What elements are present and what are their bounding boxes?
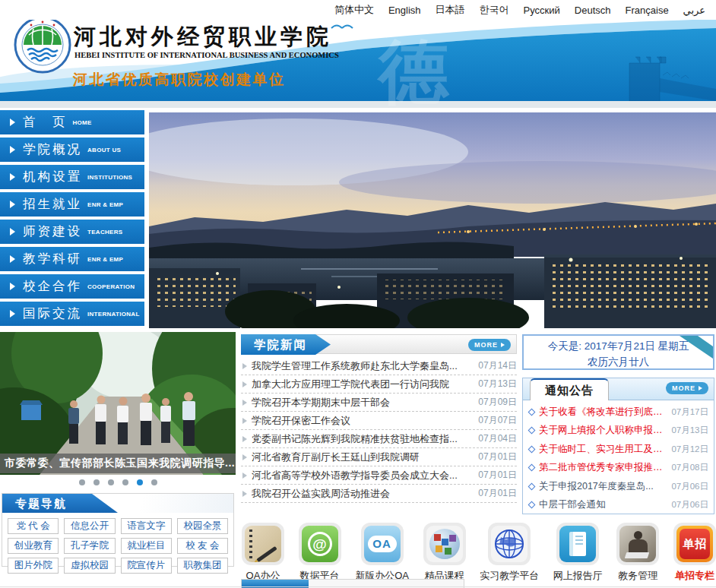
site-title: 河北对外经贸职业学院 <box>74 22 332 52</box>
bullet-arrow-icon <box>242 400 247 406</box>
notices-more-button[interactable]: MORE <box>666 382 708 394</box>
news-item-title: 加拿大北方应用理工学院代表团一行访问我院 <box>252 378 474 391</box>
diamond-bullet-icon <box>528 482 536 490</box>
news-item[interactable]: 党委副书记陈光辉到我院精准扶贫驻地检查指...07月04日 <box>241 430 517 448</box>
notice-item-title: 中层干部会通知 <box>539 498 668 511</box>
topic-link-employment[interactable]: 就业栏目 <box>121 538 172 554</box>
app-internship-platform[interactable]: 实习教学平台 <box>480 523 539 583</box>
news-item[interactable]: 加拿大北方应用理工学院代表团一行访问我院07月13日 <box>241 375 517 394</box>
notice-item-title: 关于网上填报个人职称申报… <box>539 424 668 437</box>
nav-enrollment[interactable]: 招生就业ENR & EMP <box>0 192 144 217</box>
news-item-date: 07月09日 <box>478 396 517 409</box>
app-oa-office[interactable]: OA办公 <box>242 523 284 583</box>
news-item-date: 07月01日 <box>478 487 517 500</box>
topic-link-virtual-campus[interactable]: 虚拟校园 <box>64 558 115 574</box>
oa-cloud-icon: OA <box>364 526 401 562</box>
news-item[interactable]: 学院召开保密工作会议07月07日 <box>241 412 517 430</box>
topics-grid: 党 代 会 信息公开 语言文字 校园全景 创业教育 孔子学院 就业栏目 校 友 … <box>8 518 228 574</box>
nav-arrow-icon <box>10 201 15 208</box>
lang-link-de[interactable]: Deutsch <box>575 5 611 16</box>
news-list: 我院学生管理工作系统教师赴东北大学秦皇岛...07月14日 加拿大北方应用理工学… <box>241 354 517 503</box>
app-courses[interactable]: 精品课程 <box>423 523 466 583</box>
nav-cooperation[interactable]: 校企合作COOPERATION <box>0 274 144 299</box>
nav-label: 机构设置 <box>23 169 82 185</box>
carousel-dot-4[interactable] <box>122 479 128 485</box>
carousel-dot-3[interactable] <box>108 479 114 485</box>
carousel-caption[interactable]: 市委常委、宣传部部长陈玉国来我院调研指导... <box>0 454 236 473</box>
carousel-dot-6[interactable] <box>151 479 157 485</box>
lang-link-ko[interactable]: 한국어 <box>480 3 509 17</box>
bullet-arrow-icon <box>242 381 247 387</box>
nav-arrow-icon <box>10 310 15 318</box>
notices-title-tab: 通知公告 <box>530 378 609 400</box>
notice-item[interactable]: 关于网上填报个人职称申报…07月13日 <box>528 422 708 441</box>
notice-item[interactable]: 关于收看《将改革进行到底…07月17日 <box>528 403 708 422</box>
app-tile <box>242 523 284 565</box>
news-item-title: 党委副书记陈光辉到我院精准扶贫驻地检查指... <box>252 432 474 446</box>
diamond-bullet-icon <box>528 501 536 509</box>
topic-link-language[interactable]: 语言文字 <box>121 518 172 534</box>
notice-item[interactable]: 关于临时工、实习生用工及…07月12日 <box>528 440 708 459</box>
nav-institutions[interactable]: 机构设置INSTITUTIONS <box>0 165 144 189</box>
nav-international[interactable]: 国际交流INTERNATIONAL <box>0 302 144 326</box>
news-item-title: 学院召开保密工作会议 <box>252 414 474 428</box>
more-label: MORE <box>672 384 695 392</box>
app-academic-admin[interactable]: 教务管理 <box>616 523 659 583</box>
news-header: 学院新闻 MORE <box>241 334 517 354</box>
topic-link-confucius[interactable]: 孔子学院 <box>64 538 115 554</box>
site-header: 德 河北对外经贸职业学院 HEBEI INSTITUTE OF INTERNAT… <box>0 19 716 101</box>
app-data-platform[interactable]: @ 数据平台 <box>299 523 341 583</box>
person-laptop-icon <box>619 526 656 562</box>
app-label: 教务管理 <box>616 569 659 583</box>
lang-link-zh[interactable]: 简体中文 <box>334 3 374 17</box>
news-item[interactable]: 我院召开公益实践周活动推进会07月01日 <box>241 485 517 503</box>
topic-link-campus-panorama[interactable]: 校园全景 <box>177 518 228 534</box>
nav-label: 招生就业 <box>23 196 82 213</box>
news-item[interactable]: 我院学生管理工作系统教师赴东北大学秦皇岛...07月14日 <box>241 357 517 375</box>
notice-item[interactable]: 中层干部会通知07月06日 <box>528 496 708 515</box>
news-item[interactable]: 学院召开本学期期末中层干部会07月09日 <box>241 394 517 412</box>
main-nav: 首 页HOME 学院概况ABOUT US 机构设置INSTITUTIONS 招生… <box>0 110 144 329</box>
topic-link-entrepreneurship[interactable]: 创业教育 <box>8 538 59 554</box>
carousel-dot-5-active[interactable] <box>137 479 143 485</box>
notice-item-date: 07月12日 <box>671 444 708 455</box>
lang-link-ja[interactable]: 日本語 <box>436 3 465 17</box>
news-title-tab: 学院新闻 <box>241 334 331 355</box>
lang-link-ar[interactable]: عربي <box>683 5 705 16</box>
notice-item[interactable]: 关于申报2017年度秦皇岛...07月06日 <box>528 477 708 496</box>
topic-link-party-congress[interactable]: 党 代 会 <box>8 518 59 534</box>
news-item[interactable]: 河北省教育厅副厅长王廷山到我院调研07月01日 <box>241 448 517 466</box>
nav-about[interactable]: 学院概况ABOUT US <box>0 138 144 162</box>
nav-teachers[interactable]: 师资建设TEACHERS <box>0 220 144 244</box>
app-single-recruitment[interactable]: 单招 单招专栏 <box>673 523 716 583</box>
carousel-photo[interactable]: 市委常委、宣传部部长陈玉国来我院调研指导... <box>0 332 236 475</box>
notice-item-title: 关于收看《将改革进行到底… <box>539 406 668 419</box>
topic-link-promo-video[interactable]: 院宣传片 <box>121 558 172 574</box>
school-logo[interactable] <box>12 14 73 75</box>
app-tile: OA <box>361 523 404 565</box>
bullet-arrow-icon <box>242 436 247 442</box>
nav-sublabel: TEACHERS <box>87 229 122 236</box>
nav-arrow-icon <box>10 146 15 153</box>
nav-home[interactable]: 首 页HOME <box>0 110 144 134</box>
carousel-dot-2[interactable] <box>93 479 100 485</box>
lecture-book-icon <box>559 526 596 562</box>
lang-link-ru[interactable]: Русский <box>524 5 560 16</box>
notice-item[interactable]: 第二批市管优秀专家申报推…07月08日 <box>528 459 708 478</box>
carousel-dot-1[interactable] <box>79 479 85 485</box>
nav-arrow-icon <box>10 283 15 290</box>
nav-research[interactable]: 教学科研ENR & EMP <box>0 247 144 271</box>
topic-link-photos[interactable]: 图片外院 <box>8 558 59 574</box>
app-new-oa[interactable]: OA 新版办公OA <box>355 523 409 583</box>
news-item[interactable]: 河北省高等学校外语教学指导委员会成立大会...07月01日 <box>241 466 517 485</box>
topic-link-vocational-group[interactable]: 职教集团 <box>177 558 228 574</box>
app-online-lecture-hall[interactable]: 网上报告厅 <box>553 523 603 583</box>
news-item-title: 学院召开本学期期末中层干部会 <box>252 396 474 409</box>
news-more-button[interactable]: MORE <box>468 339 511 351</box>
lang-link-en[interactable]: English <box>388 5 421 16</box>
topic-link-info-disclosure[interactable]: 信息公开 <box>64 518 115 534</box>
lang-link-fr[interactable]: Française <box>626 5 669 16</box>
topic-link-alumni[interactable]: 校 友 会 <box>177 538 228 554</box>
app-quicklinks: OA办公 @ 数据平台 OA 新版办公OA 精品课程 实习教学平台 网上报告厅 … <box>242 523 716 583</box>
nav-label: 校企合作 <box>23 278 82 295</box>
